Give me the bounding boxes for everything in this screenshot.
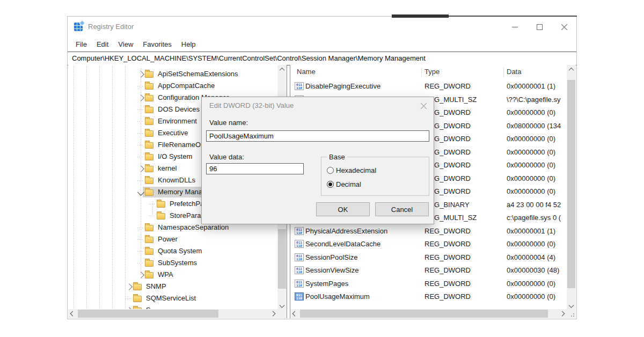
tree-item-s[interactable]: S: [68, 304, 277, 309]
list-hscroll-thumb[interactable]: [300, 310, 548, 318]
chevron-right-icon[interactable]: [126, 283, 133, 290]
folder-icon: [133, 296, 142, 302]
value-name: DisablePagingExecutive: [305, 80, 422, 93]
value-type: REG_DWORD: [425, 106, 505, 119]
tree-item-power[interactable]: Power: [68, 233, 277, 245]
base-groupbox: Base: [321, 157, 429, 196]
menu-bar: File Edit View Favorites Help: [68, 37, 576, 52]
folder-icon: [145, 130, 153, 137]
value-data: 0x00000000 (0): [507, 159, 567, 172]
tree-connector-line: [137, 251, 144, 252]
scroll-up-arrow-icon[interactable]: [567, 65, 576, 74]
scroll-up-arrow-icon[interactable]: [277, 65, 287, 74]
decimal-radio[interactable]: [327, 181, 334, 188]
scroll-down-arrow-icon[interactable]: [567, 300, 576, 309]
cancel-button[interactable]: Cancel: [375, 202, 429, 216]
maximize-button[interactable]: [527, 17, 552, 37]
dword-value-icon: 011110: [295, 82, 304, 90]
value-type: REG_MULTI_SZ: [425, 211, 505, 224]
hexadecimal-radio-label[interactable]: Hexadecimal: [336, 166, 376, 174]
tree-item-label: DOS Devices: [158, 104, 200, 115]
chevron-right-icon[interactable]: [137, 165, 144, 172]
tree-item-label: ApiSetSchemaExtensions: [158, 68, 238, 80]
list-vscroll-thumb[interactable]: [567, 80, 575, 288]
tree-connector-line: [137, 109, 144, 110]
tree-item-label: Power: [158, 233, 178, 245]
decimal-radio-label[interactable]: Decimal: [336, 180, 361, 188]
column-header-type[interactable]: Type: [425, 66, 440, 78]
value-data: c:\pagefile.sys 0 (: [507, 211, 567, 224]
value-row-systempages[interactable]: 011110SystemPagesREG_DWORD0x00000000 (0): [290, 277, 567, 290]
resize-grip-icon[interactable]: [569, 311, 574, 317]
tree-item-appcompatcache[interactable]: AppCompatCache: [68, 80, 277, 92]
menu-edit[interactable]: Edit: [92, 37, 113, 52]
value-type: REG_DWORD: [425, 251, 505, 264]
value-data: 0x00000030 (48): [507, 264, 567, 277]
minimize-button[interactable]: [502, 17, 527, 37]
tree-vscroll-thumb[interactable]: [278, 229, 286, 289]
tree-hscroll-thumb[interactable]: [78, 310, 218, 318]
tree-item-sqmservicelist[interactable]: SQMServiceList: [68, 292, 277, 304]
value-data-field[interactable]: [206, 163, 304, 174]
caption-buttons: [502, 17, 576, 37]
value-name: PhysicalAddressExtension: [305, 225, 422, 238]
dialog-close-icon[interactable]: [420, 102, 427, 109]
title-bar: Registry Editor: [68, 17, 576, 37]
list-vertical-scrollbar[interactable]: [567, 65, 576, 309]
scroll-left-arrow-icon[interactable]: [290, 309, 299, 318]
value-type: REG_DWORD: [425, 185, 505, 198]
folder-icon: [145, 83, 153, 90]
value-row-disablepagingexecutive[interactable]: 011110DisablePagingExecutiveREG_DWORD0x0…: [290, 80, 567, 93]
chevron-right-icon[interactable]: [137, 94, 144, 101]
tree-item-label: SQMServiceList: [146, 292, 196, 304]
chevron-right-icon[interactable]: [137, 272, 144, 279]
value-data: 0x00000000 (0): [507, 238, 567, 251]
ok-button[interactable]: OK: [316, 202, 370, 216]
column-header-data[interactable]: Data: [507, 66, 521, 78]
tree-item-label: I/O System: [158, 151, 192, 163]
value-name-field[interactable]: [206, 130, 429, 142]
tree-item-label: AppCompatCache: [158, 80, 215, 92]
tree-item-apisetschemaextensions[interactable]: ApiSetSchemaExtensions: [68, 68, 277, 80]
folder-icon: [157, 201, 165, 208]
menu-favorites[interactable]: Favorites: [138, 37, 176, 52]
menu-help[interactable]: Help: [177, 37, 201, 52]
tree-item-quota-system[interactable]: Quota System: [68, 245, 277, 257]
value-data: 0x00000000 (0): [507, 106, 567, 119]
menu-file[interactable]: File: [71, 37, 92, 52]
scroll-left-arrow-icon[interactable]: [68, 309, 77, 318]
tree-item-snmp[interactable]: SNMP: [68, 281, 277, 292]
close-button[interactable]: [552, 17, 576, 37]
list-horizontal-scrollbar[interactable]: [290, 309, 567, 318]
tree-item-subsystems[interactable]: SubSystems: [68, 257, 277, 269]
scroll-right-arrow-icon[interactable]: [558, 309, 567, 318]
scroll-right-arrow-icon[interactable]: [268, 309, 277, 318]
value-row-poolusagemaximum[interactable]: 011110PoolUsageMaximumREG_DWORD0x0000000…: [290, 290, 567, 303]
chevron-right-icon[interactable]: [137, 71, 144, 78]
scroll-down-arrow-icon[interactable]: [277, 300, 287, 309]
value-data: 0x00000000 (0): [507, 172, 567, 185]
list-scroll-corner: [567, 309, 576, 318]
address-bar[interactable]: Computer\HKEY_LOCAL_MACHINE\SYSTEM\Curre…: [68, 52, 576, 65]
menu-view[interactable]: View: [113, 37, 138, 52]
tree-horizontal-scrollbar[interactable]: [68, 309, 277, 318]
hexadecimal-radio[interactable]: [327, 167, 334, 174]
value-data: 0x00000000 (0): [507, 133, 567, 145]
tree-connector-line: [137, 263, 144, 263]
value-row-physicaladdressextension[interactable]: 011110PhysicalAddressExtensionREG_DWORD0…: [290, 225, 567, 238]
value-data-label: Value data:: [209, 153, 244, 161]
value-row-sessionpoolsize[interactable]: 011110SessionPoolSizeREG_DWORD0x00000004…: [290, 251, 567, 264]
value-data: 0x00000000 (0): [507, 146, 567, 159]
value-row-sessionviewsize[interactable]: 011110SessionViewSizeREG_DWORD0x00000030…: [290, 264, 567, 277]
column-separator[interactable]: [503, 68, 504, 77]
value-type: REG_DWORD: [425, 80, 505, 93]
column-separator[interactable]: [421, 68, 422, 77]
column-header-name[interactable]: Name: [297, 66, 316, 78]
value-row-secondleveldatacache[interactable]: 011110SecondLevelDataCacheREG_DWORD0x000…: [290, 238, 567, 251]
folder-icon: [145, 71, 153, 78]
tree-item-wpa[interactable]: WPA: [68, 269, 277, 281]
close-icon: [561, 24, 568, 31]
value-data: 0x08000000 (134: [507, 120, 567, 133]
value-data: 0x00000000 (0): [507, 290, 567, 303]
dialog-title: Edit DWORD (32-bit) Value: [209, 101, 294, 109]
